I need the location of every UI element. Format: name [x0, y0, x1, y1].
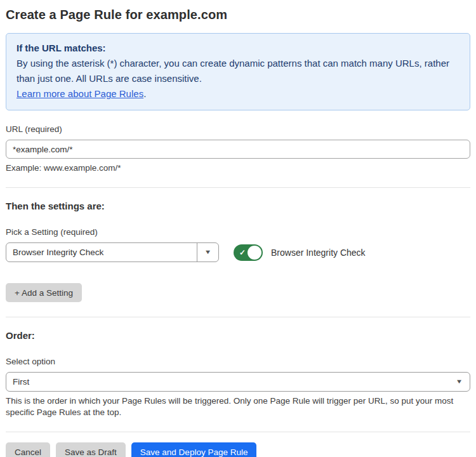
toggle-label: Browser Integrity Check	[271, 248, 366, 258]
setting-picker-label: Pick a Setting (required)	[6, 227, 470, 237]
info-box-body: By using the asterisk (*) character, you…	[17, 56, 459, 86]
setting-select-arrow-button[interactable]: ▼	[197, 243, 218, 262]
url-field-label: URL (required)	[6, 124, 470, 134]
toggle-knob	[248, 246, 261, 260]
divider	[6, 317, 470, 317]
chevron-down-icon: ▼	[456, 379, 463, 385]
save-as-draft-button[interactable]: Save as Draft	[56, 442, 126, 457]
order-select[interactable]: First ▼	[6, 372, 470, 392]
settings-section-heading: Then the settings are:	[6, 201, 470, 211]
order-help-text: This is the order in which your Page Rul…	[6, 395, 470, 418]
check-icon: ✓	[239, 249, 246, 256]
order-select-label: Select option	[6, 357, 470, 366]
cancel-button[interactable]: Cancel	[6, 442, 50, 457]
url-matches-info-box: If the URL matches: By using the asteris…	[6, 33, 470, 110]
add-setting-button[interactable]: + Add a Setting	[6, 283, 82, 302]
setting-select-value: Browser Integrity Check	[6, 243, 197, 262]
save-and-deploy-button[interactable]: Save and Deploy Page Rule	[131, 442, 257, 457]
setting-row: Browser Integrity Check ▼ ✓ Browser Inte…	[6, 242, 470, 262]
url-input[interactable]	[6, 140, 470, 159]
url-field-hint: Example: www.example.com/*	[6, 163, 470, 173]
create-page-rule-panel: Create a Page Rule for example.com If th…	[0, 0, 476, 457]
footer-actions: Cancel Save as Draft Save and Deploy Pag…	[6, 442, 470, 457]
learn-more-link[interactable]: Learn more about Page Rules	[17, 88, 143, 99]
order-section-heading: Order:	[6, 330, 470, 341]
browser-integrity-toggle[interactable]: ✓	[234, 244, 263, 261]
page-title: Create a Page Rule for example.com	[6, 8, 470, 22]
order-select-value: First	[13, 377, 29, 387]
divider	[6, 187, 470, 188]
link-suffix: .	[143, 88, 146, 99]
chevron-down-icon: ▼	[204, 249, 212, 255]
info-box-heading: If the URL matches:	[17, 41, 459, 56]
divider	[6, 432, 470, 432]
setting-select[interactable]: Browser Integrity Check ▼	[6, 242, 219, 262]
